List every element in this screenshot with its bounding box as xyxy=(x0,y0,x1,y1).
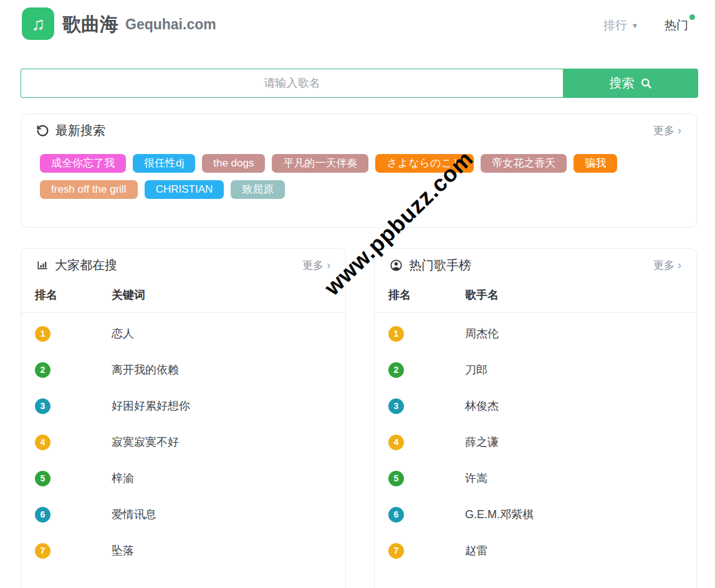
chevron-right-icon: › xyxy=(678,124,681,137)
hot-keywords-panel: 大家都在搜 更多 › 排名 关键词 1 恋人 2 离开我的依赖 3 好困好累好想… xyxy=(21,248,346,588)
rank-badge: 7 xyxy=(388,543,404,559)
hot-keywords-more-link[interactable]: 更多 › xyxy=(302,258,330,272)
search-button-label: 搜索 xyxy=(610,75,635,92)
search-tag[interactable]: さよならのこと xyxy=(375,154,474,173)
singer-row[interactable]: 7 赵雷 xyxy=(375,533,696,569)
page: ♫ 歌曲海 Gequhai.com 排行▼ 热门 搜索 最新搜索 xyxy=(0,0,715,588)
rank-badge: 4 xyxy=(388,435,404,450)
keyword-row[interactable]: 7 坠落 xyxy=(21,533,345,569)
tag-list: 成全你忘了我 很任性dj the dogs 平凡的一天伴奏 さよならのこと 帝女… xyxy=(21,135,696,199)
chevron-right-icon: › xyxy=(327,259,330,272)
search-icon xyxy=(640,77,652,89)
singer-row[interactable]: 5 许嵩 xyxy=(375,460,696,496)
music-note-icon: ♫ xyxy=(31,15,45,33)
nav-ranking[interactable]: 排行▼ xyxy=(603,17,638,34)
hot-singers-panel: 热门歌手榜 更多 › 排名 歌手名 1 周杰伦 2 刀郎 3 林俊杰 xyxy=(374,248,697,588)
search-tag[interactable]: 很任性dj xyxy=(133,154,195,173)
search-tag[interactable]: 平凡的一天伴奏 xyxy=(272,154,368,173)
column-rank: 排名 xyxy=(35,287,112,302)
hot-keywords-rows: 1 恋人 2 离开我的依赖 3 好困好累好想你 4 寂寞寂寞不好 5 梓渝 6 … xyxy=(21,313,345,569)
search-tag[interactable]: 骗我 xyxy=(573,154,617,173)
singer-label: 周杰伦 xyxy=(465,326,499,341)
user-circle-icon xyxy=(390,259,403,272)
keyword-label: 坠落 xyxy=(112,543,134,558)
notification-dot xyxy=(689,14,695,20)
keyword-row[interactable]: 5 梓渝 xyxy=(21,460,345,496)
site-domain: Gequhai.com xyxy=(125,16,216,33)
rank-badge: 6 xyxy=(35,507,50,523)
singer-label: 薛之谦 xyxy=(465,435,499,450)
rank-badge: 4 xyxy=(35,435,50,450)
rank-badge: 2 xyxy=(388,362,404,378)
search-tag[interactable]: CHRISTIAN xyxy=(145,180,224,199)
keyword-label: 恋人 xyxy=(112,326,134,341)
chevron-right-icon: › xyxy=(678,259,681,272)
keyword-label: 离开我的依赖 xyxy=(112,362,179,377)
rank-badge: 3 xyxy=(35,398,50,414)
rank-badge: 2 xyxy=(35,362,50,378)
rank-badge: 7 xyxy=(35,543,50,559)
rank-badge: 1 xyxy=(35,326,50,342)
column-singer: 歌手名 xyxy=(465,287,499,302)
keyword-row[interactable]: 1 恋人 xyxy=(21,316,345,352)
singer-row[interactable]: 4 薛之谦 xyxy=(375,424,696,460)
rank-badge: 5 xyxy=(35,471,50,486)
search-input[interactable] xyxy=(21,69,563,98)
keyword-label: 梓渝 xyxy=(112,471,134,486)
rank-badge: 3 xyxy=(388,398,404,414)
search-tag[interactable]: fresh off the grill xyxy=(40,180,138,199)
hot-singers-more-link[interactable]: 更多 › xyxy=(653,258,681,272)
site-logo[interactable]: ♫ xyxy=(22,7,54,40)
keyword-row[interactable]: 3 好困好累好想你 xyxy=(21,388,345,424)
rank-badge: 6 xyxy=(388,507,404,523)
rank-badge: 5 xyxy=(388,471,404,486)
hot-singers-column-headers: 排名 歌手名 xyxy=(375,270,696,313)
search-bar: 搜索 xyxy=(21,69,698,98)
nav-hot[interactable]: 热门 xyxy=(665,17,688,34)
keyword-row[interactable]: 6 爱情讯息 xyxy=(21,496,345,533)
latest-search-more-link[interactable]: 更多 › xyxy=(653,123,681,138)
hot-keywords-title: 大家都在搜 xyxy=(55,257,117,274)
rank-badge: 1 xyxy=(388,326,404,342)
hot-singers-title: 热门歌手榜 xyxy=(409,257,471,274)
singer-label: 刀郎 xyxy=(465,362,487,377)
singer-row[interactable]: 2 刀郎 xyxy=(375,352,696,388)
hot-singers-rows: 1 周杰伦 2 刀郎 3 林俊杰 4 薛之谦 5 许嵩 6 G.E.M.邓紫棋 xyxy=(375,313,696,569)
column-rank: 排名 xyxy=(388,287,465,302)
latest-search-panel: 最新搜索 更多 › 成全你忘了我 很任性dj the dogs 平凡的一天伴奏 … xyxy=(21,113,697,228)
keyword-label: 寂寞寂寞不好 xyxy=(112,435,179,450)
nav-hot-label: 热门 xyxy=(665,19,688,32)
singer-row[interactable]: 3 林俊杰 xyxy=(375,388,696,424)
search-tag[interactable]: 致屈原 xyxy=(231,180,285,199)
singer-label: 赵雷 xyxy=(465,543,487,558)
latest-search-title: 最新搜索 xyxy=(55,122,105,139)
bar-chart-icon xyxy=(36,259,49,271)
singer-label: G.E.M.邓紫棋 xyxy=(465,507,534,522)
singer-label: 林俊杰 xyxy=(465,398,499,413)
keyword-row[interactable]: 4 寂寞寂寞不好 xyxy=(21,424,345,460)
search-tag[interactable]: 帝女花之香夭 xyxy=(481,154,567,173)
column-keyword: 关键词 xyxy=(112,287,145,302)
singer-row[interactable]: 1 周杰伦 xyxy=(375,316,696,352)
site-name: 歌曲海 xyxy=(62,12,118,37)
nav-ranking-label: 排行 xyxy=(603,19,627,32)
search-tag[interactable]: 成全你忘了我 xyxy=(40,154,126,173)
singer-row[interactable]: 6 G.E.M.邓紫棋 xyxy=(375,496,696,533)
hot-keywords-column-headers: 排名 关键词 xyxy=(21,270,345,313)
chevron-down-icon: ▼ xyxy=(631,22,638,29)
keyword-label: 好困好累好想你 xyxy=(112,398,190,413)
search-tag[interactable]: the dogs xyxy=(202,154,265,173)
keyword-row[interactable]: 2 离开我的依赖 xyxy=(21,352,345,388)
keyword-label: 爱情讯息 xyxy=(112,507,156,522)
history-icon xyxy=(36,124,49,137)
singer-label: 许嵩 xyxy=(465,471,487,486)
search-button[interactable]: 搜索 xyxy=(563,69,698,98)
